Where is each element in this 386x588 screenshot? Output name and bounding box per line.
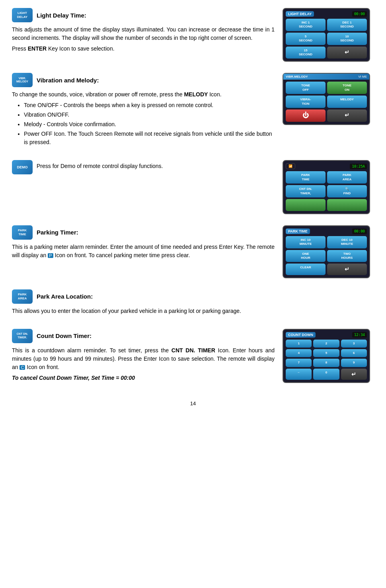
park-time-header: PARK TIME Parking Timer: [12, 225, 275, 240]
light-delay-para1: This adjusts the amount of time the disp… [12, 25, 275, 42]
num-7-btn[interactable]: 7 [286, 359, 312, 367]
demo-screen-time: 10:25A [350, 164, 367, 169]
two-hours-btn[interactable]: TWOHOURS [327, 250, 367, 262]
demo-content: DEMO Press for Demo of remote control di… [12, 160, 275, 178]
park-time-btn-grid: INC 10MINUTE DEC 10MINUTE ONEHOUR TWOHOU… [286, 236, 367, 275]
cnt-dn-title: Count Down Timer: [37, 332, 92, 339]
num-9-btn[interactable]: 9 [341, 359, 367, 367]
cnt-dn-demo-btn[interactable]: CNT DN.TIMER, [286, 185, 326, 197]
cnt-dn-screen: COUNT DOWN 12:34 1 2 3 4 5 6 7 8 9 ← 0 ↵ [283, 329, 374, 383]
light-delay-btn-grid: INC 1SECOND DEC 1SECOND 5SECOND 10SECOND… [286, 19, 367, 59]
park-time-para: This is a parking meter alarm reminder. … [12, 243, 275, 260]
num-2-btn[interactable]: 2 [313, 340, 339, 348]
vibr-melody-screen: VIBR.MELODY VI ME TONEOFF TONEON VIBRA-T… [283, 73, 374, 125]
vibr-melody-icon: VIBR. MELODY [12, 73, 33, 87]
dec-1-sec-btn[interactable]: DEC 1SECOND [327, 19, 367, 31]
park-time-screen-time: 00:00 [352, 229, 367, 234]
light-delay-screen-label: LIGHT DELAY [286, 11, 314, 17]
park-area-content: PARK AREA Park Area Location: This allow… [12, 289, 275, 318]
park-time-icon: PARK TIME [12, 225, 33, 240]
light-delay-screen: LIGHT DELAY 00:00 INC 1SECOND DEC 1SECON… [283, 8, 374, 62]
list-item-power: Power OFF Icon. The Touch Screen Remote … [24, 130, 275, 147]
demo-btn-grid: PARKTIME PARKAREA CNT DN.TIMER, 🔍FIND [286, 171, 367, 211]
tone-on-btn[interactable]: TONEON [327, 82, 367, 94]
park-time-screen: PARK TIME 00:00 INC 10MINUTE DEC 10MINUT… [283, 225, 374, 278]
park-area-icon: PARK AREA [12, 289, 33, 304]
vibr-vi-me: VI ME [358, 75, 367, 78]
enter-btn-2[interactable]: ↵ [327, 109, 367, 122]
num-8-btn[interactable]: 8 [313, 359, 339, 367]
light-delay-header: LIGHT DELAY Light Delay Time: [12, 8, 275, 22]
cnt-dn-para1: This is a countdown alarm reminder. To s… [12, 346, 275, 371]
vibr-melody-intro: To change the sounds, voice, vibration o… [12, 90, 275, 99]
vibr-melody-screen-label: VIBR.MELODY [286, 75, 308, 78]
demo-screen: 📶 10:25A PARKTIME PARKAREA CNT DN.TIMER,… [283, 160, 374, 214]
park-time-title: Parking Timer: [37, 229, 78, 236]
demo-section: DEMO Press for Demo of remote control di… [12, 160, 374, 214]
enter-btn-3[interactable]: ↵ [327, 264, 367, 275]
light-delay-content: LIGHT DELAY Light Delay Time: This adjus… [12, 8, 275, 55]
num-1-btn[interactable]: 1 [286, 340, 312, 348]
melody-btn[interactable]: MELODY [327, 96, 367, 108]
park-area-demo-btn[interactable]: PARKAREA [327, 171, 367, 184]
vibration-btn[interactable]: VIBRA-TION [286, 96, 326, 108]
park-time-screen-label: PARK TIME [286, 229, 310, 234]
num-0-btn[interactable]: 0 [313, 369, 339, 380]
num-3-btn[interactable]: 3 [341, 340, 367, 348]
vibr-melody-content: VIBR. MELODY Vibration and Melody: To ch… [12, 73, 275, 149]
cnt-dn-screen-time: 12:34 [352, 332, 367, 338]
cnt-dn-section: CNT DN. TIMER. Count Down Timer: This is… [12, 329, 374, 385]
park-time-demo-btn[interactable]: PARKTIME [286, 171, 326, 184]
park-area-header: PARK AREA Park Area Location: [12, 289, 275, 304]
light-delay-title: Light Delay Time: [37, 12, 86, 19]
enter-btn-4[interactable]: ↵ [341, 369, 367, 380]
15-sec-btn[interactable]: 15SECOND [286, 47, 326, 59]
find-demo-btn[interactable]: 🔍FIND [327, 185, 367, 197]
page-number: 14 [12, 400, 374, 406]
10-sec-btn[interactable]: 10SECOND [327, 33, 367, 45]
vibr-melody-header: VIBR. MELODY Vibration and Melody: [12, 73, 275, 87]
inc-10-min-btn[interactable]: INC 10MINUTE [286, 236, 326, 248]
clear-btn[interactable]: CLEAR [286, 264, 326, 275]
cnt-dn-icon: CNT DN. TIMER. [12, 329, 33, 343]
tone-off-btn[interactable]: TONEOFF [286, 82, 326, 94]
park-area-title: Park Area Location: [37, 293, 93, 300]
vibr-melody-screen-header-row: VIBR.MELODY VI ME [283, 74, 369, 80]
demo-para: Press for Demo of remote control display… [37, 162, 163, 170]
vibr-melody-btn-grid: TONEOFF TONEON VIBRA-TION MELODY ⏻ ↵ [286, 82, 367, 121]
list-item-vibration: Vibration ON/OFF. [24, 111, 275, 119]
light-delay-para2: Press ENTER Key Icon to save selection. [12, 45, 275, 53]
demo-header: DEMO Press for Demo of remote control di… [12, 160, 275, 174]
vibr-melody-section: VIBR. MELODY Vibration and Melody: To ch… [12, 73, 374, 149]
num-5-btn[interactable]: 5 [313, 349, 339, 357]
light-delay-section: LIGHT DELAY Light Delay Time: This adjus… [12, 8, 374, 62]
cnt-dn-btn-grid: 1 2 3 4 5 6 7 8 9 ← 0 ↵ [286, 340, 367, 380]
light-delay-icon: LIGHT DELAY [12, 8, 33, 22]
cnt-dn-header: CNT DN. TIMER. Count Down Timer: [12, 329, 275, 343]
demo-icon: DEMO [12, 160, 33, 174]
list-item-melody: Melody - Controls Voice confirmation. [24, 120, 275, 129]
cnt-dn-para2: To cancel Count Down Timer, Set Time = 0… [12, 374, 275, 382]
light-delay-screen-time: 00:00 [352, 11, 367, 17]
demo-screen-label: 📶 [286, 163, 295, 169]
inc-1-sec-btn[interactable]: INC 1SECOND [286, 19, 326, 31]
power-off-btn[interactable]: ⏻ [286, 109, 326, 122]
dec-10-min-btn[interactable]: DEC 10MINUTE [327, 236, 367, 248]
5-sec-btn[interactable]: 5SECOND [286, 33, 326, 45]
cnt-dn-screen-label: COUNT DOWN [286, 332, 316, 338]
park-area-section: PARK AREA Park Area Location: This allow… [12, 289, 374, 318]
num-4-btn[interactable]: 4 [286, 349, 312, 357]
one-hour-btn[interactable]: ONEHOUR [286, 250, 326, 262]
park-time-section: PARK TIME Parking Timer: This is a parki… [12, 225, 374, 278]
cnt-dn-content: CNT DN. TIMER. Count Down Timer: This is… [12, 329, 275, 385]
list-item-tone: Tone ON/OFF - Controls the beeps when a … [24, 101, 275, 109]
park-time-content: PARK TIME Parking Timer: This is a parki… [12, 225, 275, 262]
green-btn-2[interactable] [327, 199, 367, 211]
backspace-btn[interactable]: ← [286, 369, 312, 380]
park-area-para: This allows you to enter the location of… [12, 307, 275, 315]
vibr-melody-title: Vibration and Melody: [37, 77, 99, 84]
num-6-btn[interactable]: 6 [341, 349, 367, 357]
vibr-melody-list: Tone ON/OFF - Controls the beeps when a … [24, 101, 275, 147]
enter-btn-1[interactable]: ↵ [327, 47, 367, 59]
green-btn-1[interactable] [286, 199, 326, 211]
